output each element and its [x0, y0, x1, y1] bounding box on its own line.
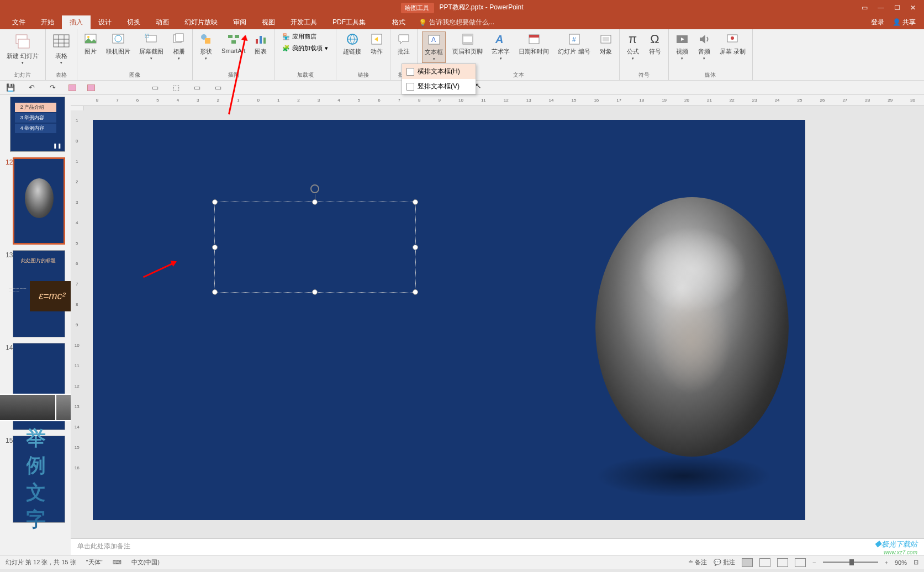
- thumb-13[interactable]: 此处图片的标题 ε=mc² — — — — —— — —: [13, 250, 65, 337]
- canvas[interactable]: [71, 106, 924, 538]
- resize-handle[interactable]: [413, 289, 418, 295]
- new-slide-button[interactable]: 新建 幻灯片▾: [4, 31, 41, 66]
- thumb-14[interactable]: [13, 343, 65, 430]
- chart-button[interactable]: 图表: [252, 31, 270, 57]
- language-indicator[interactable]: 中文(中国): [131, 558, 160, 566]
- thumb-15[interactable]: 举例文字: [13, 436, 65, 523]
- tab-transitions[interactable]: 切换: [119, 15, 148, 29]
- resize-handle[interactable]: [212, 289, 218, 295]
- resize-handle[interactable]: [413, 199, 418, 205]
- notes-toggle[interactable]: ≐ 备注: [688, 558, 707, 566]
- zoom-in-button[interactable]: +: [885, 559, 888, 566]
- resize-handle[interactable]: [212, 199, 218, 205]
- share-button[interactable]: 👤 共享: [893, 18, 916, 27]
- video-button[interactable]: 视频▾: [673, 31, 691, 62]
- maximize-icon[interactable]: ☐: [894, 4, 900, 12]
- tab-review[interactable]: 审阅: [225, 15, 254, 29]
- tab-view[interactable]: 视图: [254, 15, 283, 29]
- slide[interactable]: [93, 120, 805, 520]
- normal-view-button[interactable]: [742, 558, 753, 567]
- redo-icon[interactable]: ↷: [47, 83, 57, 93]
- zoom-slider[interactable]: [823, 562, 878, 563]
- resize-handle[interactable]: [312, 289, 318, 295]
- header-footer-button[interactable]: 页眉和页脚: [450, 31, 485, 57]
- save-icon[interactable]: 💾: [6, 83, 15, 93]
- my-addins-button[interactable]: 🧩我的加载项 ▾: [279, 43, 331, 54]
- picture-icon: [84, 33, 97, 46]
- symbol-button[interactable]: Ω符号: [646, 31, 664, 57]
- qat-btn-9[interactable]: ▭: [213, 83, 223, 93]
- tab-animations[interactable]: 动画: [148, 15, 177, 29]
- group-label-slides: 幻灯片: [14, 70, 31, 80]
- slide-thumbnails[interactable]: 2 产品介绍 3 举例内容 4 举例内容 ← ❚❚ 12 13 此处图片的标题 …: [0, 95, 71, 555]
- slideshow-view-button[interactable]: [795, 558, 806, 567]
- close-icon[interactable]: ✕: [910, 4, 916, 12]
- minimize-icon[interactable]: —: [878, 4, 884, 12]
- picture-button[interactable]: 图片: [82, 31, 99, 57]
- slide-number-button[interactable]: #幻灯片 编号: [556, 31, 592, 57]
- table-button[interactable]: 表格▾: [50, 31, 72, 66]
- tab-format[interactable]: 格式: [384, 15, 413, 29]
- object-button[interactable]: 对象: [597, 31, 615, 57]
- album-button[interactable]: 相册▾: [170, 31, 188, 62]
- action-button[interactable]: 动作: [368, 31, 386, 57]
- resize-handle[interactable]: [312, 199, 318, 205]
- store-button[interactable]: 🏪应用商店: [279, 31, 331, 42]
- resize-handle[interactable]: [413, 245, 418, 250]
- sorter-view-button[interactable]: [759, 558, 770, 567]
- hyperlink-button[interactable]: 超链接: [341, 31, 363, 57]
- tab-pdf[interactable]: PDF工具集: [325, 15, 373, 29]
- screenshot-icon: [145, 33, 158, 46]
- tab-insert[interactable]: 插入: [62, 15, 91, 29]
- equation-button[interactable]: π公式▾: [624, 31, 642, 62]
- tab-slideshow[interactable]: 幻灯片放映: [177, 15, 225, 29]
- tab-home[interactable]: 开始: [33, 15, 62, 29]
- screen-recording-button[interactable]: 屏幕 录制: [717, 31, 748, 57]
- qat-btn-7[interactable]: ⬚: [171, 83, 181, 93]
- notes-placeholder: 单击此处添加备注: [77, 542, 130, 550]
- selected-textbox[interactable]: [214, 202, 416, 293]
- chevron-down-icon: ▾: [178, 56, 180, 61]
- qat-btn-4[interactable]: [68, 84, 76, 91]
- group-label-symbols: 符号: [638, 70, 650, 80]
- chevron-down-icon: ▾: [150, 56, 152, 61]
- tell-me[interactable]: 💡告诉我您想要做什么...: [419, 18, 494, 27]
- toc-item: 2 产品介绍: [15, 103, 56, 112]
- online-picture-button[interactable]: 联机图片: [104, 31, 133, 57]
- fit-window-button[interactable]: ⊡: [914, 559, 918, 566]
- shapes-button[interactable]: 形状▾: [197, 31, 215, 62]
- qat-btn-5[interactable]: [87, 84, 95, 91]
- screenshot-button[interactable]: 屏幕截图▾: [137, 31, 166, 62]
- einstein-portrait[interactable]: [595, 197, 789, 457]
- svg-rect-18: [235, 35, 239, 38]
- horizontal-textbox-item[interactable]: 横排文本框(H): [402, 64, 476, 79]
- ribbon-options-icon[interactable]: ▭: [862, 4, 868, 12]
- tab-design[interactable]: 设计: [91, 15, 119, 29]
- notes-pane[interactable]: 单击此处添加备注: [71, 538, 924, 555]
- undo-icon[interactable]: ↶: [27, 83, 36, 93]
- reading-view-button[interactable]: [777, 558, 788, 567]
- qat-btn-8[interactable]: ▭: [192, 83, 202, 93]
- resize-handle[interactable]: [212, 245, 218, 250]
- thumb-11[interactable]: 2 产品介绍 3 举例内容 4 举例内容 ← ❚❚: [10, 97, 65, 152]
- rotate-handle[interactable]: [310, 184, 319, 193]
- header-footer-icon: [461, 33, 474, 46]
- comments-toggle[interactable]: 💬 批注: [714, 558, 735, 566]
- wordart-button[interactable]: A艺术字▾: [489, 31, 512, 62]
- horizontal-ruler[interactable]: 8765432101234567891011121314151617181920…: [71, 95, 924, 106]
- vertical-textbox-item[interactable]: 竖排文本框(V): [402, 79, 476, 94]
- svg-rect-11: [146, 35, 156, 42]
- svg-rect-17: [228, 35, 233, 38]
- login-link[interactable]: 登录: [871, 18, 884, 27]
- thumb-12[interactable]: [13, 157, 65, 245]
- textbox-button[interactable]: A文本框▾: [422, 31, 446, 63]
- tab-developer[interactable]: 开发工具: [283, 15, 325, 29]
- zoom-level[interactable]: 90%: [895, 559, 907, 566]
- tab-file[interactable]: 文件: [4, 15, 33, 29]
- audio-button[interactable]: 音频▾: [695, 31, 713, 62]
- comment-button[interactable]: 批注: [395, 31, 413, 57]
- svg-rect-2: [54, 35, 69, 47]
- zoom-out-button[interactable]: −: [812, 559, 816, 566]
- datetime-button[interactable]: 日期和时间: [516, 31, 551, 57]
- qat-btn-6[interactable]: ▭: [150, 83, 160, 93]
